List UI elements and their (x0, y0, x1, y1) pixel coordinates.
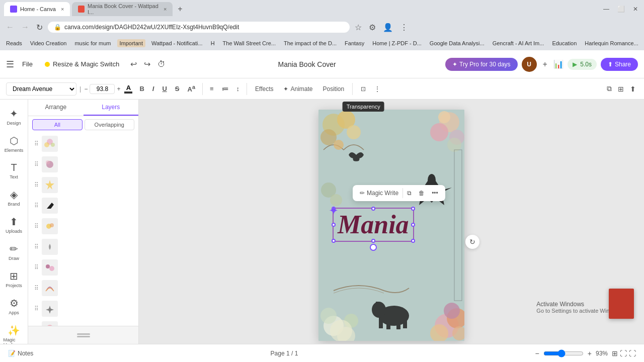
magic-write-button[interactable]: ✏ Magic Write (357, 188, 401, 199)
drag-handle-icon[interactable]: ⠿ (34, 305, 39, 312)
canvas-refresh-button[interactable]: ↻ (465, 235, 479, 249)
notes-button[interactable]: 📝 Notes (8, 350, 33, 357)
bookmark-education[interactable]: Education (550, 39, 579, 47)
italic-button[interactable]: I (149, 83, 157, 95)
tab-arrange[interactable]: Arrange (28, 100, 84, 116)
reload-button[interactable]: ↻ (34, 22, 45, 33)
bookmark-google-data[interactable]: Google Data Analysi... (428, 39, 487, 47)
layer-item[interactable]: ⠿ (30, 237, 136, 257)
sidebar-item-uploads[interactable]: ⬆ Uploads (2, 212, 27, 238)
more-options-ctx-button[interactable]: ••• (429, 188, 441, 199)
layer-item[interactable]: ⠿ (30, 134, 136, 154)
forward-button[interactable]: → (19, 22, 31, 33)
delete-button[interactable]: 🗑 (416, 188, 428, 199)
more-options-button[interactable]: ⋮ (372, 83, 383, 95)
analytics-button[interactable]: 📊 (553, 59, 564, 69)
redo-button[interactable]: ↪ (141, 57, 153, 71)
text-color-button[interactable]: A (122, 83, 134, 95)
animate-button[interactable]: ✦ Animate (279, 83, 316, 95)
layer-item[interactable]: ⠿ (30, 278, 136, 298)
tab-wattpad[interactable]: Mania Book Cover - Wattpad I... × (72, 2, 173, 16)
sidebar-item-elements[interactable]: ⬡ Elements (2, 131, 27, 157)
sidebar-item-draw[interactable]: ✏ Draw (2, 239, 27, 265)
superscript-button[interactable]: Aa (185, 82, 198, 95)
list-button[interactable]: ≔ (219, 83, 231, 95)
file-menu-button[interactable]: File (18, 58, 37, 70)
fit-view-button[interactable]: ⛶ (620, 349, 627, 357)
bookmark-zpdf[interactable]: Home | Z-PDF - D... (370, 39, 424, 47)
bold-button[interactable]: B (136, 83, 147, 95)
filter-all-button[interactable]: All (32, 119, 83, 130)
zoom-in-button[interactable]: + (588, 349, 592, 357)
font-size-increase[interactable]: + (117, 85, 120, 93)
copy-style-button[interactable]: ⧉ (605, 82, 614, 95)
drag-handle-icon[interactable]: ⠿ (34, 264, 39, 271)
bookmark-fantasy[interactable]: Fantasy (343, 39, 366, 47)
align-button[interactable]: ≡ (207, 83, 217, 95)
drag-handle-icon[interactable]: ⠿ (34, 202, 39, 209)
layer-item[interactable]: ⠿ (30, 175, 136, 195)
share-button[interactable]: ⬆ Share (601, 58, 638, 71)
effects-button[interactable]: Effects (251, 83, 277, 95)
canva-preview-thumbnail[interactable] (609, 289, 634, 319)
try-pro-button[interactable]: ✦ Try Pro for 30 days (445, 58, 518, 71)
menu-btn[interactable]: ⋮ (398, 22, 410, 33)
spacing-button[interactable]: ↕ (233, 83, 243, 95)
bookmark-music[interactable]: music for mum (72, 39, 113, 47)
font-size-decrease[interactable]: − (84, 85, 88, 93)
bookmark-reads[interactable]: Reads (4, 39, 24, 47)
profile-btn[interactable]: 👤 (381, 22, 395, 33)
close-icon[interactable]: ✕ (631, 6, 640, 13)
zoom-out-button[interactable]: − (535, 349, 539, 357)
bookmark-video[interactable]: Video Creation (28, 39, 69, 47)
add-people-button[interactable]: + (541, 59, 549, 70)
handle-ml[interactable] (332, 223, 336, 227)
zoom-slider[interactable] (543, 349, 584, 357)
position-button[interactable]: Position (319, 83, 349, 95)
resize-magic-switch-button[interactable]: Resize & Magic Switch (41, 58, 123, 70)
address-bar[interactable]: 🔒 canva.com/design/DAGHD242wU/2XUffEIz-X… (48, 22, 350, 33)
transparency-button[interactable]: ⊡ (357, 83, 370, 95)
sidebar-item-brand[interactable]: ◈ Brand (2, 185, 27, 211)
layer-item[interactable]: ⠿ (30, 154, 136, 174)
sidebar-item-projects[interactable]: ⊞ Projects (2, 266, 27, 292)
bookmark-star[interactable]: ☆ (353, 22, 364, 33)
tab-close-wattpad[interactable]: × (164, 6, 167, 12)
drag-handle-icon[interactable]: ⠿ (34, 223, 39, 230)
layer-item[interactable]: ⠿ (30, 216, 136, 236)
bookmark-gencraft[interactable]: Gencraft - AI Art Im... (491, 39, 546, 47)
layer-item[interactable]: ⠿ (30, 299, 136, 319)
font-size-input[interactable] (93, 85, 111, 93)
layer-item[interactable]: ⠿ (30, 196, 136, 216)
drag-handle-icon[interactable]: ⠿ (34, 140, 39, 147)
bookmark-harlequin[interactable]: Harlequin Romance... (583, 39, 640, 47)
layer-item[interactable]: ⠿ (30, 319, 136, 326)
layer-item[interactable]: ⠿ (30, 257, 136, 278)
text-element-mania[interactable]: ✦ Mania (333, 208, 414, 242)
bookmark-impact[interactable]: The impact of the D... (282, 39, 339, 47)
filter-overlapping-button[interactable]: Overlapping (85, 119, 135, 130)
underline-button[interactable]: U (159, 83, 170, 95)
back-button[interactable]: ← (4, 22, 16, 33)
sidebar-item-apps[interactable]: ⚙ Apps (2, 293, 27, 319)
drag-handle-icon[interactable]: ⠿ (34, 285, 39, 292)
maximize-icon[interactable]: ⬜ (615, 6, 627, 13)
bookmark-wsj[interactable]: The Wall Street Cre... (221, 39, 278, 47)
bookmark-wattpad[interactable]: Wattpad - Notificati... (149, 39, 205, 47)
bookmark-important[interactable]: Important (117, 39, 145, 47)
user-avatar[interactable]: U (522, 57, 537, 72)
duplicate-button[interactable]: ⊞ (616, 83, 626, 95)
drag-handle-icon[interactable]: ⠿ (34, 182, 39, 189)
handle-bl[interactable] (332, 239, 336, 243)
timer-icon-btn[interactable]: ⏱ (154, 57, 169, 71)
strikethrough-button[interactable]: S (172, 83, 183, 95)
minimize-icon[interactable]: — (601, 6, 611, 13)
main-menu-button[interactable]: ☰ (6, 59, 14, 70)
handle-tm[interactable] (371, 207, 375, 211)
handle-bm[interactable] (371, 239, 375, 243)
tab-canva-home[interactable]: Home - Canva × (4, 2, 70, 16)
sidebar-item-magic-media[interactable]: ✨ Magic Media (2, 320, 27, 344)
drag-handle-icon[interactable]: ⠿ (34, 243, 39, 250)
tab-close-home[interactable]: × (61, 6, 64, 12)
handle-br[interactable] (411, 239, 415, 243)
